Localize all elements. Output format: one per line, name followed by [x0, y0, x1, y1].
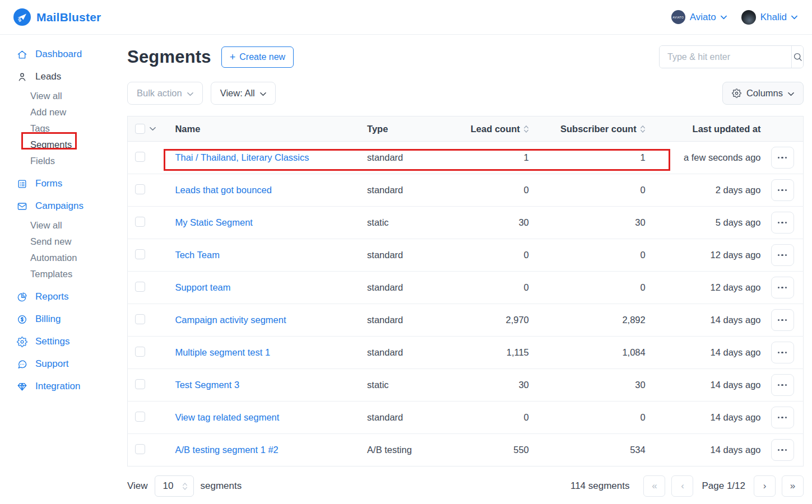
sidebar-item-label: Leads	[35, 71, 61, 82]
lead-count: 2,970	[461, 304, 545, 337]
row-actions-button[interactable]	[771, 212, 794, 234]
total-count: 114 segments	[570, 480, 630, 492]
dollar-circle-icon	[17, 314, 27, 325]
sidebar-item-label: Campaigns	[35, 200, 83, 212]
column-header-subscriber-count[interactable]: Subscriber count	[545, 116, 651, 142]
subscriber-count: 2,892	[545, 304, 651, 337]
row-checkbox[interactable]	[135, 444, 145, 454]
sidebar-item-forms[interactable]: Forms	[0, 172, 127, 195]
row-actions-button[interactable]	[771, 439, 794, 461]
stepper-arrows-icon	[182, 482, 188, 491]
row-actions-button[interactable]	[771, 244, 794, 266]
subscriber-count: 0	[545, 272, 651, 304]
table-row: My Static Segment static 30 30 5 days ag…	[128, 207, 804, 239]
row-checkbox[interactable]	[135, 152, 145, 162]
search-box	[659, 45, 804, 68]
segment-name-link[interactable]: Campaign activity segment	[175, 315, 286, 325]
last-page-button[interactable]: »	[782, 475, 804, 497]
row-checkbox[interactable]	[135, 314, 145, 324]
segment-name-link[interactable]: Leads that got bounced	[175, 185, 271, 195]
segment-name-link[interactable]: Test Segment 3	[175, 380, 239, 390]
row-checkbox[interactable]	[135, 379, 145, 389]
workspace-menu[interactable]: AVIATO Aviato	[671, 10, 727, 24]
search-icon	[792, 52, 803, 62]
lead-count: 0	[461, 402, 545, 434]
row-actions-button[interactable]	[771, 179, 794, 201]
sidebar: Dashboard Leads View all Add new Tags Se…	[0, 35, 127, 398]
last-updated: 12 days ago	[651, 239, 762, 272]
select-all-checkbox[interactable]	[135, 124, 145, 134]
sidebar-item-leads-segments[interactable]: Segments	[0, 137, 127, 153]
segment-name-link[interactable]: A/B testing segment 1 #2	[175, 445, 278, 455]
first-page-button[interactable]: «	[643, 475, 665, 497]
sidebar-item-leads-view-all[interactable]: View all	[0, 88, 127, 104]
workspace-avatar: AVIATO	[671, 10, 685, 24]
sidebar-item-support[interactable]: Support	[0, 353, 127, 375]
row-checkbox[interactable]	[135, 347, 145, 357]
search-button[interactable]	[791, 46, 803, 68]
previous-page-button[interactable]: ‹	[671, 475, 693, 497]
segment-name-link[interactable]: Thai / Thailand, Literary Classics	[175, 152, 309, 162]
user-menu[interactable]: Khalid	[741, 10, 797, 25]
sidebar-item-reports[interactable]: Reports	[0, 286, 127, 308]
last-updated: 5 days ago	[651, 207, 762, 239]
sidebar-item-campaigns-templates[interactable]: Templates	[0, 266, 127, 282]
sidebar-item-label: Integration	[35, 381, 80, 392]
sidebar-item-campaigns-view-all[interactable]: View all	[0, 217, 127, 234]
row-actions-button[interactable]	[771, 309, 794, 331]
sidebar-item-dashboard[interactable]: Dashboard	[0, 43, 127, 66]
subscriber-count: 1	[545, 142, 651, 174]
row-checkbox[interactable]	[135, 184, 145, 194]
plus-icon: +	[230, 53, 236, 61]
view-filter-dropdown[interactable]: View: All	[211, 82, 276, 105]
chevron-down-icon[interactable]	[150, 127, 156, 131]
sidebar-item-campaigns-send-new[interactable]: Send new	[0, 234, 127, 250]
column-header-type: Type	[367, 116, 461, 142]
table-row: A/B testing segment 1 #2 A/B testing 550…	[128, 434, 804, 466]
next-page-button[interactable]: ›	[754, 475, 776, 497]
chevron-down-icon	[791, 15, 797, 20]
brand-logo[interactable]: MailBluster	[13, 8, 101, 26]
create-new-button[interactable]: + Create new	[221, 46, 294, 68]
row-checkbox[interactable]	[135, 249, 145, 259]
segment-type: static	[367, 207, 461, 239]
home-icon	[17, 49, 27, 60]
segment-name-link[interactable]: My Static Segment	[175, 217, 252, 227]
search-input[interactable]	[660, 46, 791, 68]
row-checkbox[interactable]	[135, 282, 145, 292]
segment-name-link[interactable]: Tech Team	[175, 250, 220, 260]
sort-icon	[523, 125, 529, 133]
row-actions-button[interactable]	[771, 374, 794, 396]
sidebar-item-campaigns-automation[interactable]: Automation	[0, 250, 127, 266]
bulk-action-dropdown[interactable]: Bulk action	[127, 82, 203, 105]
row-actions-button[interactable]	[771, 277, 794, 298]
gem-icon	[17, 381, 27, 392]
sidebar-item-integration[interactable]: Integration	[0, 375, 127, 398]
segment-name-link[interactable]: Multiple segment test 1	[175, 347, 270, 357]
lead-count: 1	[461, 142, 545, 174]
segment-name-link[interactable]: View tag related segment	[175, 412, 279, 422]
sidebar-item-leads-add-new[interactable]: Add new	[0, 104, 127, 120]
last-updated: a few seconds ago	[651, 142, 762, 174]
row-actions-button[interactable]	[771, 407, 794, 428]
row-checkbox[interactable]	[135, 412, 145, 422]
main-content: Segments + Create new Bulk action	[127, 35, 812, 504]
sidebar-item-leads-fields[interactable]: Fields	[0, 153, 127, 169]
sidebar-item-leads[interactable]: Leads	[0, 66, 127, 88]
last-updated: 14 days ago	[651, 402, 762, 434]
sidebar-item-leads-tags[interactable]: Tags	[0, 120, 127, 137]
last-updated: 12 days ago	[651, 272, 762, 304]
segment-name-link[interactable]: Support team	[175, 282, 230, 292]
lead-count: 0	[461, 239, 545, 272]
column-header-lead-count[interactable]: Lead count	[461, 116, 545, 142]
table-row: Campaign activity segment standard 2,970…	[128, 304, 804, 337]
per-page-stepper[interactable]: 10	[155, 475, 194, 497]
row-actions-button[interactable]	[771, 342, 794, 363]
columns-dropdown[interactable]: Columns	[722, 82, 804, 105]
row-checkbox[interactable]	[135, 217, 145, 227]
sidebar-item-billing[interactable]: Billing	[0, 308, 127, 330]
sidebar-item-settings[interactable]: Settings	[0, 330, 127, 353]
row-actions-button[interactable]	[771, 147, 794, 169]
sidebar-item-campaigns[interactable]: Campaigns	[0, 195, 127, 217]
brand-name: MailBluster	[36, 11, 101, 24]
